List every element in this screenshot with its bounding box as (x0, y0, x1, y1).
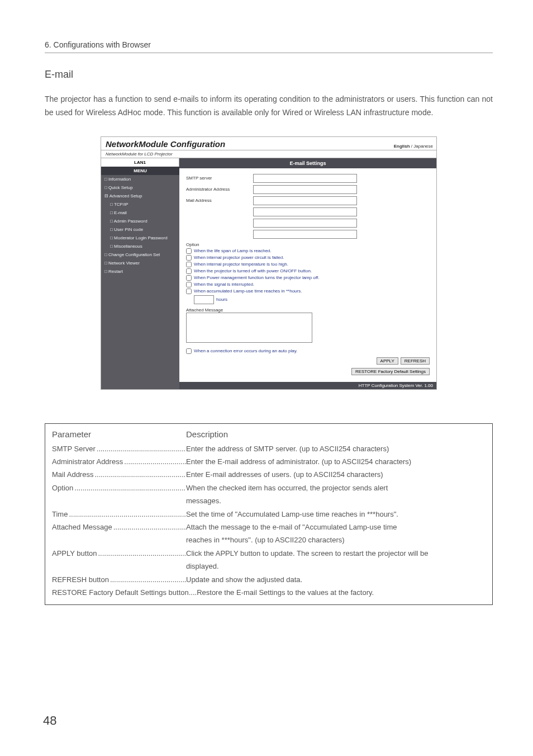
attached-message-label: Attached Message (186, 308, 430, 313)
opt-powermgmt-checkbox[interactable] (186, 275, 192, 281)
section-title: E-mail (45, 69, 493, 81)
opt-power-circuit-label: When internal projector power circuit is… (194, 255, 284, 260)
row-attach-desc2: reaches in ***hours". (up to ASCII220 ch… (186, 533, 486, 546)
breadcrumb: 6. Configurations with Browser (45, 40, 493, 49)
row-apply-desc2: displayed. (186, 560, 486, 573)
row-apply-param: APPLY button (52, 549, 97, 557)
admin-address-label: Administrator Address (186, 187, 253, 192)
sidebar-tab-lan[interactable]: LAN1 (101, 158, 179, 167)
option-heading: Option (186, 242, 430, 247)
sidebar-menu-label: MENU (101, 167, 179, 175)
mail-address-label: Mail Address (186, 198, 253, 203)
row-time-desc: Set the time of "Accumulated Lamp-use ti… (186, 508, 486, 521)
row-restore-full: RESTORE Factory Default Settings button.… (52, 586, 486, 599)
opt-power-circuit-checkbox[interactable] (186, 255, 192, 261)
divider (45, 53, 493, 53)
table-header-description: Description (186, 429, 228, 439)
sidebar: LAN1 MENU □ Information □ Quick Setup ⊟ … (101, 158, 179, 389)
opt-signal-interrupted-label: When the signal is interrupted. (194, 282, 254, 287)
sidebar-item-moderator-login-password[interactable]: □ Moderator Login Password (101, 234, 179, 242)
lang-english-link[interactable]: English (394, 144, 410, 149)
admin-address-input[interactable] (253, 185, 357, 194)
sidebar-item-quick-setup[interactable]: □ Quick Setup (101, 183, 179, 192)
opt-temp-high-checkbox[interactable] (186, 262, 192, 267)
intro-text: The projector has a function to send e-m… (45, 93, 493, 120)
sidebar-item-information[interactable]: □ Information (101, 175, 179, 183)
row-time-param: Time (52, 510, 68, 518)
row-refresh-desc: Update and show the adjusted data. (186, 573, 486, 586)
opt-powermgmt-label: When Power management function turns the… (194, 275, 319, 280)
row-refresh-param: REFRESH button (52, 575, 109, 584)
row-mail-desc: Enter E-mail addresses of users. (up to … (186, 468, 486, 481)
opt-lamp-life-checkbox[interactable] (186, 248, 192, 254)
hours-unit-label: hours (216, 297, 227, 302)
parameter-table: Parameter Description SMTP Server Enter … (45, 423, 493, 606)
opt-conn-error-checkbox[interactable] (186, 348, 192, 354)
window-subtitle: NetworkModule for LCD Projector (101, 150, 436, 158)
opt-signal-interrupted-checkbox[interactable] (186, 282, 192, 287)
opt-turned-off-label: When the projector is turned off with po… (194, 268, 312, 273)
sidebar-item-restart[interactable]: □ Restart (101, 267, 179, 276)
sidebar-item-network-viewer[interactable]: □ Network Viewer (101, 259, 179, 267)
row-attach-desc: Attach the message to the e-mail of "Acc… (186, 521, 486, 533)
mail-address-input-2[interactable] (253, 207, 357, 216)
opt-conn-error-label: When a connection error occurs during an… (194, 348, 297, 353)
row-admin-desc: Enter the E-mail address of administrato… (186, 455, 486, 468)
opt-lampuse-hours-label: When accumulated Lamp-use time reaches i… (194, 289, 302, 294)
restore-defaults-button[interactable]: RESTORE Factory Default Settings (351, 368, 430, 375)
row-admin-param: Administrator Address (52, 457, 123, 466)
mail-address-input-1[interactable] (253, 196, 357, 205)
config-screenshot: NetworkModule Configuration English / Ja… (101, 136, 437, 390)
opt-lamp-life-label: When the life span of Lamp is reached. (194, 248, 272, 253)
footer-version: HTTP Configuration System Ver. 1.00 (179, 382, 436, 389)
row-attach-param: Attached Message (52, 523, 112, 531)
row-smtp-desc: Enter the address of SMTP server. (up to… (186, 442, 486, 455)
mail-address-input-3[interactable] (253, 219, 357, 228)
sidebar-item-admin-password[interactable]: □ Admin Password (101, 217, 179, 225)
page-number: 48 (43, 714, 56, 728)
row-option-desc: When the checked item has occurred, the … (186, 481, 486, 494)
panel-heading: E-mail Settings (179, 158, 436, 168)
lang-japanese-link[interactable]: Japanese (413, 144, 433, 149)
row-option-param: Option (52, 484, 73, 492)
smtp-server-input[interactable] (253, 174, 357, 183)
table-header-parameter: Parameter (52, 429, 186, 439)
row-mail-param: Mail Address (52, 470, 93, 479)
smtp-server-label: SMTP server (186, 176, 253, 181)
window-title: NetworkModule Configuration (106, 139, 225, 149)
hours-input[interactable] (194, 295, 214, 304)
row-apply-desc: Click the APPLY button to update. The sc… (186, 547, 486, 560)
sidebar-item-change-config-set[interactable]: □ Change Configuration Set (101, 251, 179, 259)
sidebar-item-advanced-setup[interactable]: ⊟ Advanced Setup (101, 192, 179, 200)
opt-lampuse-hours-checkbox[interactable] (186, 289, 192, 294)
opt-temp-high-label: When internal projector temperature is t… (194, 262, 288, 267)
sidebar-item-email[interactable]: □ E-mail (101, 209, 179, 217)
opt-turned-off-checkbox[interactable] (186, 268, 192, 274)
refresh-button[interactable]: REFRESH (401, 357, 430, 365)
row-option-desc2: messages. (186, 494, 486, 507)
sidebar-item-user-pin-code[interactable]: □ User PIN code (101, 225, 179, 234)
sidebar-item-tcpip[interactable]: □ TCP/IP (101, 200, 179, 209)
sidebar-item-miscellaneous[interactable]: □ Miscellaneous (101, 242, 179, 251)
apply-button[interactable]: APPLY (377, 357, 398, 365)
row-smtp-param: SMTP Server (52, 445, 96, 453)
mail-address-input-4[interactable] (253, 230, 357, 239)
attached-message-textarea[interactable] (186, 313, 312, 343)
